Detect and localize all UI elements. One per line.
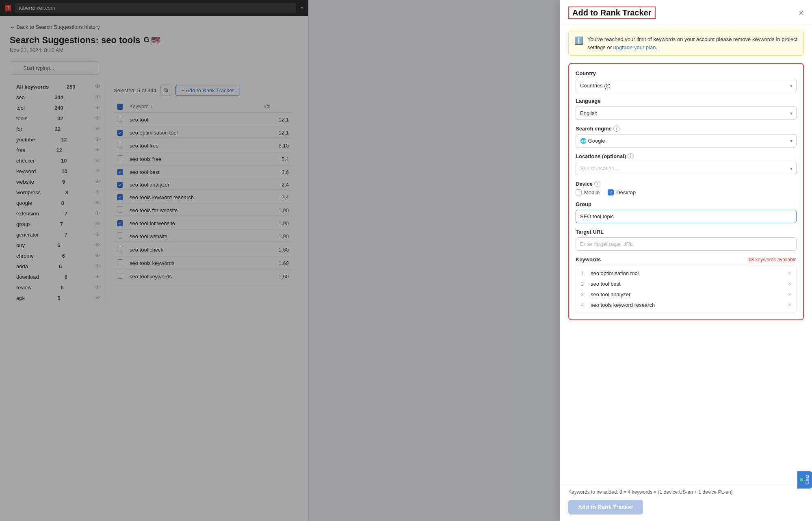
- chat-online-indicator: [800, 478, 803, 481]
- search-engine-select[interactable]: 🌐 Google: [576, 134, 797, 148]
- add-to-rank-tracker-button[interactable]: Add to Rank Tracker: [568, 500, 643, 514]
- device-info-icon: i: [594, 181, 600, 187]
- desktop-checkbox[interactable]: [608, 189, 614, 195]
- remove-keyword-button[interactable]: ×: [788, 270, 791, 276]
- locations-select-wrapper: Select location...: [576, 162, 797, 175]
- locations-label: Locations (optional) i: [576, 153, 797, 159]
- desktop-label: Desktop: [616, 189, 636, 195]
- locations-select[interactable]: Select location...: [576, 162, 797, 175]
- warning-icon: ℹ️: [574, 35, 583, 51]
- keyword-list-item: 4seo tools keyword research×: [578, 300, 794, 310]
- locations-field: Locations (optional) i Select location..…: [576, 153, 797, 175]
- remove-keyword-button[interactable]: ×: [788, 302, 791, 308]
- device-options: Mobile Desktop: [576, 189, 797, 195]
- search-engine-info-icon: i: [613, 126, 619, 132]
- desktop-device-option[interactable]: Desktop: [608, 189, 636, 195]
- chat-button[interactable]: Chat: [797, 471, 812, 488]
- keywords-field: Keywords -68 keywords available 1seo opt…: [576, 256, 797, 313]
- add-to-rank-tracker-modal: Add to Rank Tracker × ℹ️ You've reached …: [560, 0, 812, 521]
- modal-footer: Keywords to be added: 8 = 4 keywords × (…: [560, 484, 812, 521]
- country-field: Country Countries (2): [576, 70, 797, 92]
- language-label: Language: [576, 98, 797, 104]
- country-select[interactable]: Countries (2): [576, 79, 797, 92]
- search-engine-field: Search engine i 🌐 Google: [576, 126, 797, 148]
- target-url-label: Target URL: [576, 229, 797, 235]
- keyword-list-item: 2seo tool best×: [578, 278, 794, 289]
- modal-close-button[interactable]: ×: [799, 9, 804, 17]
- language-select-wrapper: English: [576, 106, 797, 120]
- country-select-wrapper: Countries (2): [576, 79, 797, 92]
- remove-keyword-button[interactable]: ×: [788, 291, 791, 297]
- group-label: Group: [576, 201, 797, 207]
- form-section: Country Countries (2) Language English: [568, 63, 804, 320]
- language-field: Language English: [576, 98, 797, 120]
- warning-text: You've reached your limit of keywords on…: [587, 35, 798, 51]
- country-label: Country: [576, 70, 797, 76]
- remove-keyword-button[interactable]: ×: [788, 280, 791, 287]
- modal-body: ℹ️ You've reached your limit of keywords…: [560, 24, 812, 484]
- warning-box: ℹ️ You've reached your limit of keywords…: [568, 31, 804, 56]
- upgrade-link[interactable]: upgrade your plan.: [613, 44, 657, 50]
- mobile-device-option[interactable]: Mobile: [576, 189, 600, 195]
- group-input[interactable]: [576, 210, 797, 223]
- target-url-input[interactable]: [576, 237, 797, 251]
- keywords-list: 1seo optimisation tool×2seo tool best×3s…: [576, 265, 797, 313]
- keywords-section-label: Keywords: [576, 256, 601, 263]
- chat-label: Chat: [805, 475, 810, 484]
- device-label: Device i: [576, 181, 797, 187]
- keyword-list-item: 1seo optimisation tool×: [578, 268, 794, 278]
- search-engine-select-wrapper: 🌐 Google: [576, 134, 797, 148]
- language-select[interactable]: English: [576, 106, 797, 120]
- locations-info-icon: i: [628, 153, 634, 159]
- target-url-field: Target URL: [576, 229, 797, 251]
- modal-title: Add to Rank Tracker: [568, 7, 656, 19]
- modal-header: Add to Rank Tracker ×: [560, 0, 812, 24]
- keyword-list-item: 3seo tool analyzer×: [578, 289, 794, 300]
- footer-note: Keywords to be added: 8 = 4 keywords × (…: [568, 489, 804, 495]
- device-field: Device i Mobile Desktop: [576, 181, 797, 195]
- group-field: Group: [576, 201, 797, 223]
- search-engine-label: Search engine i: [576, 126, 797, 132]
- keywords-available: -68 keywords available: [747, 257, 797, 263]
- keywords-count-row: Keywords -68 keywords available: [576, 256, 797, 263]
- mobile-checkbox[interactable]: [576, 189, 582, 195]
- mobile-label: Mobile: [584, 189, 600, 195]
